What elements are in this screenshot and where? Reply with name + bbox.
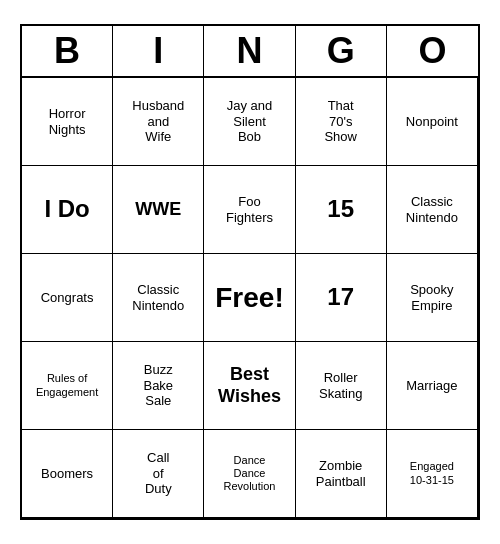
header-letter-i: I bbox=[113, 26, 204, 76]
bingo-cell-13: 17 bbox=[296, 254, 387, 342]
bingo-cell-20: Boomers bbox=[22, 430, 113, 518]
bingo-cell-21: Call of Duty bbox=[113, 430, 204, 518]
bingo-cell-12: Free! bbox=[204, 254, 295, 342]
bingo-cell-23: Zombie Paintball bbox=[296, 430, 387, 518]
bingo-card: BINGO Horror NightsHusband and WifeJay a… bbox=[20, 24, 480, 520]
bingo-cell-16: Buzz Bake Sale bbox=[113, 342, 204, 430]
header-letter-b: B bbox=[22, 26, 113, 76]
bingo-cell-14: Spooky Empire bbox=[387, 254, 478, 342]
bingo-cell-5: I Do bbox=[22, 166, 113, 254]
bingo-cell-15: Rules of Engagement bbox=[22, 342, 113, 430]
bingo-cell-3: That 70's Show bbox=[296, 78, 387, 166]
bingo-cell-18: Roller Skating bbox=[296, 342, 387, 430]
bingo-cell-6: WWE bbox=[113, 166, 204, 254]
bingo-grid: Horror NightsHusband and WifeJay and Sil… bbox=[22, 78, 478, 518]
bingo-cell-0: Horror Nights bbox=[22, 78, 113, 166]
bingo-cell-22: Dance Dance Revolution bbox=[204, 430, 295, 518]
header-letter-o: O bbox=[387, 26, 478, 76]
bingo-cell-19: Marriage bbox=[387, 342, 478, 430]
bingo-cell-17: Best Wishes bbox=[204, 342, 295, 430]
bingo-header: BINGO bbox=[22, 26, 478, 78]
bingo-cell-4: Nonpoint bbox=[387, 78, 478, 166]
bingo-cell-10: Congrats bbox=[22, 254, 113, 342]
bingo-cell-24: Engaged 10-31-15 bbox=[387, 430, 478, 518]
bingo-cell-7: Foo Fighters bbox=[204, 166, 295, 254]
header-letter-n: N bbox=[204, 26, 295, 76]
header-letter-g: G bbox=[296, 26, 387, 76]
bingo-cell-8: 15 bbox=[296, 166, 387, 254]
bingo-cell-9: Classic Nintendo bbox=[387, 166, 478, 254]
bingo-cell-2: Jay and Silent Bob bbox=[204, 78, 295, 166]
bingo-cell-1: Husband and Wife bbox=[113, 78, 204, 166]
bingo-cell-11: Classic Nintendo bbox=[113, 254, 204, 342]
